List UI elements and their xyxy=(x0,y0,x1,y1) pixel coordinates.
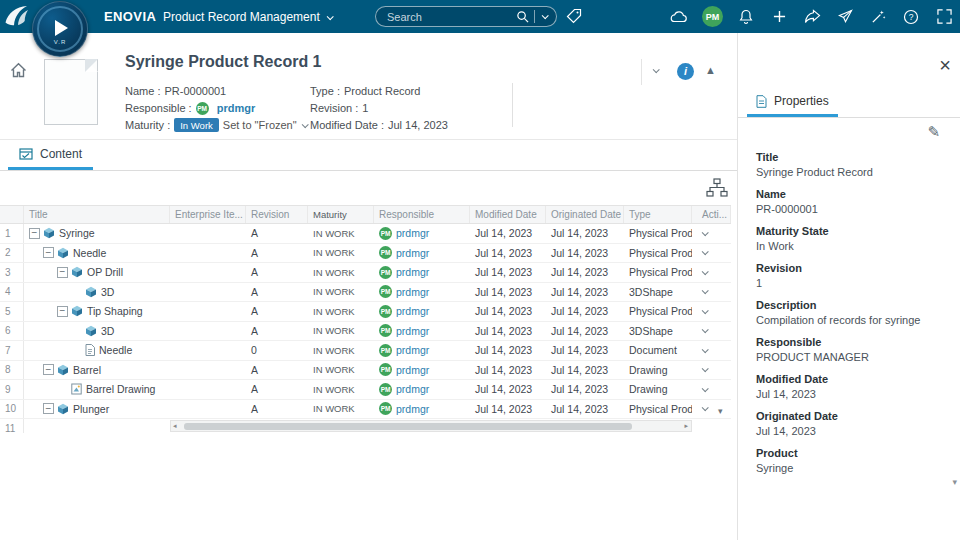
row-title[interactable]: Tip Shaping xyxy=(87,305,143,317)
table-row[interactable]: 10−PlungerAIN WORKPMprdmgrJul 14, 2023Ju… xyxy=(0,400,731,420)
responsible-link[interactable]: prdmgr xyxy=(396,383,429,395)
row-actions-dropdown[interactable] xyxy=(692,419,731,433)
search-options-chevron-icon[interactable] xyxy=(542,12,549,19)
column-header-title[interactable]: Title xyxy=(24,206,170,223)
row-actions-dropdown[interactable] xyxy=(692,263,731,282)
row-actions-dropdown[interactable] xyxy=(692,341,731,360)
property-field: Originated DateJul 14, 2023 xyxy=(756,409,946,439)
table-row[interactable]: 9Barrel DrawingAIN WORKPMprdmgrJul 14, 2… xyxy=(0,380,731,400)
tree-collapse-toggle[interactable]: − xyxy=(43,247,54,258)
row-title[interactable]: 3D xyxy=(101,286,114,298)
table-row[interactable]: 3−OP DrillAIN WORKPMprdmgrJul 14, 2023Ju… xyxy=(0,263,731,283)
table-row[interactable]: 43DAIN WORKPMprdmgrJul 14, 2023Jul 14, 2… xyxy=(0,283,731,303)
edit-pencil-icon[interactable]: ✎ xyxy=(927,123,940,141)
row-title[interactable]: 3D xyxy=(101,325,114,337)
horizontal-scrollbar-thumb[interactable] xyxy=(184,423,632,430)
responsible-link[interactable]: prdmgr xyxy=(396,325,429,337)
record-thumbnail[interactable] xyxy=(44,59,98,125)
row-actions-dropdown[interactable] xyxy=(692,244,731,263)
add-plus-icon[interactable] xyxy=(769,7,789,27)
row-actions-dropdown[interactable] xyxy=(692,302,731,321)
modified-date-cell: Jul 14, 2023 xyxy=(470,380,546,399)
tree-collapse-toggle[interactable]: − xyxy=(57,306,68,317)
help-icon[interactable]: ? xyxy=(901,7,921,27)
horizontal-scrollbar[interactable]: ◂ ▸ xyxy=(170,420,692,432)
send-icon[interactable] xyxy=(835,7,855,27)
3ds-logo[interactable] xyxy=(3,4,29,33)
title-cell xyxy=(24,419,170,433)
search-icon[interactable] xyxy=(516,10,529,23)
row-actions-dropdown[interactable] xyxy=(692,380,731,399)
tag-icon[interactable] xyxy=(566,8,582,28)
title-cell: Barrel Drawing xyxy=(24,380,170,399)
app-title-menu[interactable]: Product Record Management xyxy=(163,10,332,24)
3dexperience-compass-logo[interactable]: V.R xyxy=(32,1,88,57)
responsible-link[interactable]: prdmgr xyxy=(396,266,429,278)
row-actions-dropdown[interactable] xyxy=(692,322,731,341)
column-header-responsible[interactable]: Responsible xyxy=(374,206,470,223)
header-more-chevron-icon[interactable] xyxy=(653,66,660,73)
search-input[interactable] xyxy=(376,11,516,23)
row-title[interactable]: Needle xyxy=(99,344,132,356)
row-title[interactable]: OP Drill xyxy=(87,266,123,278)
tab-content[interactable]: Content xyxy=(8,140,93,170)
row-title[interactable]: Needle xyxy=(73,247,106,259)
table-row[interactable]: 7Needle0IN WORKPMprdmgrJul 14, 2023Jul 1… xyxy=(0,341,731,361)
column-header-type[interactable]: Type xyxy=(624,206,692,223)
column-header-acti[interactable]: Acti... xyxy=(692,206,731,223)
column-header-originated-date[interactable]: Originated Date xyxy=(546,206,624,223)
set-to-frozen-dropdown[interactable]: Set to "Frozen" xyxy=(223,119,307,131)
tab-properties[interactable]: Properties xyxy=(747,88,838,117)
revision-cell: A xyxy=(246,302,308,321)
responsible-link[interactable]: prdmgr xyxy=(396,286,429,298)
responsible-link[interactable]: prdmgr xyxy=(396,403,429,415)
user-avatar[interactable]: PM xyxy=(702,6,723,27)
row-actions-dropdown[interactable] xyxy=(692,224,731,243)
type-cell: Physical Produc... xyxy=(624,302,692,321)
responsible-link[interactable]: prdmgr xyxy=(396,364,429,376)
row-title[interactable]: Syringe xyxy=(59,227,95,239)
table-row[interactable]: 2−NeedleAIN WORKPMprdmgrJul 14, 2023Jul … xyxy=(0,244,731,264)
column-header-maturity[interactable]: Maturity xyxy=(308,206,374,223)
structure-view-icon[interactable] xyxy=(706,178,728,202)
table-row[interactable]: 5−Tip ShapingAIN WORKPMprdmgrJul 14, 202… xyxy=(0,302,731,322)
collapse-header-icon[interactable]: ▲ xyxy=(705,64,716,76)
row-actions-dropdown[interactable] xyxy=(692,361,731,380)
responsible-link[interactable]: prdmgr xyxy=(396,227,429,239)
table-row[interactable]: 1−SyringeAIN WORKPMprdmgrJul 14, 2023Jul… xyxy=(0,224,731,244)
table-row[interactable]: 8−BarrelAIN WORKPMprdmgrJul 14, 2023Jul … xyxy=(0,361,731,381)
title-cell: −OP Drill xyxy=(24,263,170,282)
notifications-bell-icon[interactable] xyxy=(736,7,756,27)
scroll-down-arrow-icon[interactable]: ▾ xyxy=(718,406,723,416)
column-header-enterprise-ite[interactable]: Enterprise Ite... xyxy=(170,206,246,223)
home-icon[interactable] xyxy=(10,62,27,82)
responsible-link[interactable]: prdmgr xyxy=(396,305,429,317)
share-forward-icon[interactable] xyxy=(802,7,822,27)
tree-collapse-toggle[interactable]: − xyxy=(57,267,68,278)
column-header-modified-date[interactable]: Modified Date xyxy=(470,206,546,223)
panel-scroll-down-icon[interactable]: ▾ xyxy=(952,477,957,487)
responsible-link[interactable]: prdmgr xyxy=(396,344,429,356)
tree-collapse-toggle[interactable]: − xyxy=(43,364,54,375)
responsible-link[interactable]: prdmgr xyxy=(396,247,429,259)
info-icon[interactable]: i xyxy=(677,63,694,80)
cube-icon xyxy=(57,364,69,376)
property-field: DescriptionCompilation of records for sy… xyxy=(756,298,946,328)
row-actions-dropdown[interactable] xyxy=(692,400,731,419)
column-header-revision[interactable]: Revision xyxy=(246,206,308,223)
row-title[interactable]: Barrel Drawing xyxy=(86,383,155,395)
responsible-link[interactable]: prdmgr xyxy=(217,102,256,114)
tree-collapse-toggle[interactable]: − xyxy=(29,228,40,239)
fullscreen-icon[interactable] xyxy=(934,7,954,27)
row-title[interactable]: Barrel xyxy=(73,364,101,376)
close-icon[interactable]: × xyxy=(939,55,951,75)
tree-collapse-toggle[interactable]: − xyxy=(43,403,54,414)
row-title[interactable]: Plunger xyxy=(73,403,109,415)
field-revision-value: 1 xyxy=(362,102,368,114)
scroll-left-arrow-icon[interactable]: ◂ xyxy=(173,421,177,431)
magic-wand-icon[interactable] xyxy=(868,7,888,27)
table-row[interactable]: 63DAIN WORKPMprdmgrJul 14, 2023Jul 14, 2… xyxy=(0,322,731,342)
cloud-icon[interactable] xyxy=(669,7,689,27)
scroll-right-arrow-icon[interactable]: ▸ xyxy=(684,421,688,431)
row-actions-dropdown[interactable] xyxy=(692,283,731,302)
